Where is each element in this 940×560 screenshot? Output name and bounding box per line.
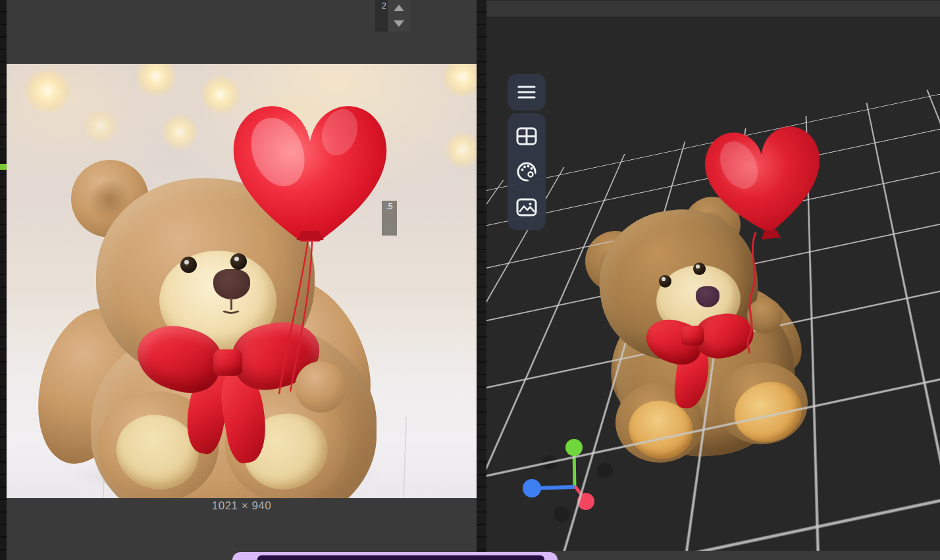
arrow-up-icon: [394, 5, 404, 11]
stepper-down-button[interactable]: [388, 16, 410, 32]
stepper-up-button[interactable]: [388, 0, 410, 16]
palette-icon: [516, 161, 537, 182]
bear3d-left-eye: [659, 275, 671, 288]
timeline-green-marker: [0, 164, 7, 170]
image-icon: [516, 198, 537, 216]
app-window: 2: [0, 0, 940, 560]
arrow-down-icon: [394, 20, 404, 27]
axis-gizmo[interactable]: [518, 430, 637, 535]
bottom-progress-bar: [232, 552, 558, 560]
z-axis-handle: [577, 493, 594, 510]
bokeh-light: [84, 109, 118, 143]
axis-negative-handle: [542, 455, 557, 470]
floating-value-field[interactable]: .5: [382, 201, 397, 236]
bokeh-light: [24, 68, 70, 114]
image-dimensions-caption: 1021 × 940: [7, 499, 477, 513]
tool-group: [508, 113, 546, 230]
balloon-string-3d: [739, 230, 772, 355]
stepper-arrows: [388, 0, 410, 32]
palette-button[interactable]: [508, 155, 546, 188]
grid-view-button[interactable]: [508, 120, 546, 153]
bottom-progress-bar-fill: [257, 555, 544, 560]
image-viewer-panel: 2: [7, 0, 477, 560]
axis-negative-handle: [554, 506, 569, 522]
right-panel-header: [486, 1, 940, 16]
balloon-strings: [222, 84, 399, 399]
bokeh-light: [444, 132, 477, 168]
bear3d-bow-knot: [681, 326, 704, 345]
number-stepper: 2: [375, 0, 410, 32]
source-image-preview[interactable]: [7, 64, 477, 498]
bear3d-nose: [696, 286, 719, 307]
bokeh-light: [161, 114, 198, 151]
y-axis-handle: [565, 439, 583, 456]
image-button[interactable]: [508, 191, 546, 224]
stepper-value[interactable]: 2: [375, 0, 388, 32]
menu-icon: [517, 84, 536, 100]
panel-divider-strip[interactable]: [477, 0, 486, 560]
bokeh-light: [442, 64, 477, 97]
viewport-3d[interactable]: [486, 16, 940, 551]
left-edge-strip[interactable]: [0, 0, 7, 560]
bear-left-eye: [180, 257, 197, 273]
menu-button[interactable]: [508, 74, 546, 111]
viewport-toolbar: [508, 74, 546, 230]
y-axis-line: [574, 451, 575, 486]
model-viewer-panel: [486, 0, 940, 560]
x-axis-handle: [523, 479, 541, 497]
grid-icon: [516, 127, 537, 145]
bokeh-light: [136, 64, 176, 97]
axis-negative-handle: [597, 463, 613, 478]
bear3d-right-eye: [693, 263, 706, 275]
